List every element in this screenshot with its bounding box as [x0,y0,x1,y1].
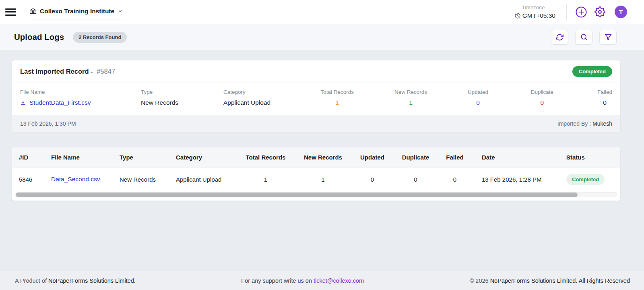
page-title: Upload Logs [14,32,64,42]
search-button[interactable] [575,30,592,45]
status-badge: Completed [572,66,612,77]
field-value: 0 [476,99,480,106]
cell-status: Completed [559,168,618,191]
field-value: New Records [141,99,223,106]
cell-category: Applicant Upload [169,168,233,191]
cell-updated: 0 [348,168,396,191]
cell-imported-by: Mukesh [618,168,620,191]
field-value: 1 [335,99,339,106]
table-row: 5846 Data_Second.csv New Records Applica… [12,168,620,191]
last-imported-card: Last Imported Record - #5847 Completed F… [12,60,620,133]
imported-by: Imported By : Mukesh [557,120,612,127]
field-value: 1 [409,99,413,106]
history-clock-icon [514,12,521,19]
col-id: #ID [12,147,44,168]
field-value: 0 [541,99,544,106]
field-label: Type [141,89,223,95]
field-failed: Failed 0 [553,89,612,106]
page-footer: A Product of NoPaperForms Solutions Limi… [0,271,644,290]
menu-bar [5,11,16,12]
cell-date: 13 Feb 2026, 1:28 PM [475,168,559,191]
refresh-button[interactable] [551,30,568,45]
field-label: Failed [597,89,612,95]
upload-logs-table: #ID File Name Type Category Total Record… [12,147,620,191]
main-content: Last Imported Record - #5847 Completed F… [0,50,644,201]
institution-name: Collexo Training Institute [40,8,114,15]
field-label: File Name [20,89,141,95]
file-name-text: StudentData_First.csv [29,99,91,106]
col-date: Date [475,147,559,168]
field-total-records: Total Records 1 [318,89,354,106]
timezone-display: Timezone GMT+05:30 [514,5,555,19]
cell-id: 5846 [12,168,44,191]
field-value: 0 [603,99,607,106]
imported-by-name: Mukesh [592,120,612,127]
horizontal-scrollbar[interactable] [15,192,617,197]
menu-icon[interactable] [5,6,16,17]
timezone-label: Timezone [522,5,545,10]
records-count-badge: 2 Records Found [73,32,127,43]
gear-icon [594,6,605,17]
col-new-records: New Records [298,147,348,168]
cell-total-records: 1 [233,168,298,191]
col-type: Type [113,147,169,168]
table-scroll-area: #ID File Name Type Category Total Record… [12,147,620,191]
col-category: Category [169,147,233,168]
settings-button[interactable] [594,6,605,17]
cell-new-records: 1 [298,168,348,191]
top-bar: Collexo Training Institute Timezone GMT+… [0,0,644,24]
field-category: Category Applicant Upload [223,89,308,106]
field-label: Category [223,89,308,95]
footer-product-prefix: A Product of [15,278,47,284]
add-new-button[interactable] [575,6,587,18]
filter-icon [604,33,612,41]
table-header-row: #ID File Name Type Category Total Record… [12,147,620,168]
col-imported-by: Imported By [618,147,620,168]
col-total-records: Total Records [233,147,298,168]
footer-copyright: © 2026 NoPaperForms Solutions Limited. A… [470,278,630,284]
chevron-down-icon [118,8,123,14]
timezone-value: GMT+05:30 [522,12,555,19]
field-updated: Updated 0 [427,89,488,106]
scrollbar-thumb[interactable] [16,193,578,197]
col-file-name: File Name [44,147,113,168]
download-icon [20,100,26,106]
imported-date: 13 Feb 2026, 1:30 PM [20,120,76,127]
footer-support-text: For any support write us on [241,278,312,284]
footer-product: A Product of NoPaperForms Solutions Limi… [15,278,136,284]
plus-circle-icon [575,6,587,18]
record-id: #5847 [97,68,115,75]
footer-copyright-prefix: © 2026 [470,278,489,284]
cell-duplicate: 0 [396,168,435,191]
filter-button[interactable] [599,30,617,45]
upload-logs-table-container: #ID File Name Type Category Total Record… [12,147,620,201]
menu-bar [5,14,16,16]
field-type: Type New Records [141,89,223,106]
imported-by-label: Imported By : [557,120,591,127]
menu-bar [5,8,16,10]
cell-file-name: Data_Second.csv [44,168,113,191]
topbar-divider [566,4,567,21]
page-header: Upload Logs 2 Records Found [0,24,644,50]
status-badge: Completed [566,174,605,185]
card-title-text: Last Imported Record - [20,68,93,75]
cell-type: New Records [113,168,169,191]
cell-failed: 0 [435,168,475,191]
file-download-link[interactable]: StudentData_First.csv [20,99,141,106]
footer-product-company: NoPaperForms Solutions Limited. [48,278,136,284]
search-icon [580,33,588,41]
field-label: Updated [468,89,488,95]
field-duplicate: Duplicate 0 [488,89,553,106]
institution-icon [29,8,37,15]
user-avatar[interactable]: T [615,6,627,18]
footer-support-email[interactable]: ticket@collexo.com [314,278,364,284]
field-file-name: File Name StudentData_First.csv [20,89,141,106]
refresh-icon [556,33,564,41]
file-download-link[interactable]: Data_Second.csv [51,176,100,183]
field-label: Total Records [320,89,354,95]
col-updated: Updated [348,147,396,168]
institution-selector[interactable]: Collexo Training Institute [29,4,126,19]
col-failed: Failed [435,147,475,168]
field-label: Duplicate [531,89,553,95]
footer-support: For any support write us on ticket@colle… [241,278,364,284]
